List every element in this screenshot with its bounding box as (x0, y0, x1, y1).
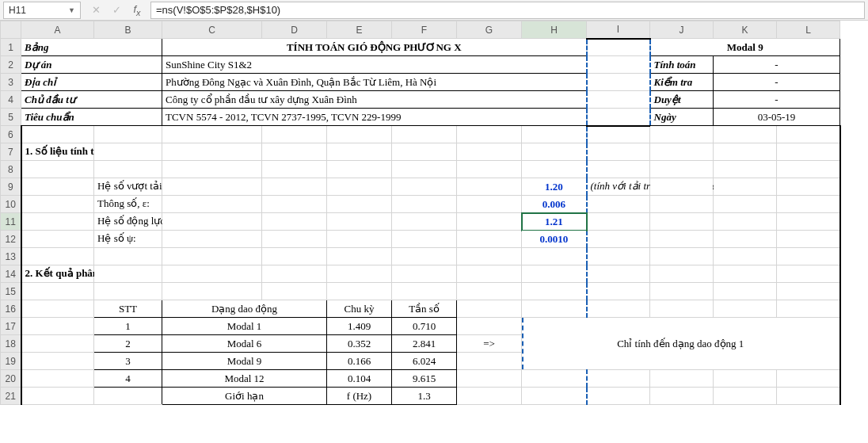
cell-I1[interactable] (587, 39, 650, 56)
cell-E19[interactable]: 0.166 (327, 353, 392, 370)
col-J[interactable]: J (650, 21, 714, 39)
fx-icon[interactable]: fx (128, 2, 146, 19)
select-all-corner[interactable] (1, 21, 21, 39)
cell-K5[interactable]: 03-05-19 (714, 109, 840, 126)
col-I[interactable]: I (587, 21, 650, 39)
rowhead-12[interactable]: 12 (1, 231, 21, 248)
rowhead-3[interactable]: 3 (1, 74, 21, 91)
rowhead-13[interactable]: 13 (1, 248, 21, 265)
cell-A7[interactable]: 1. Số liệu tính toán (21, 143, 94, 161)
rowhead-11[interactable]: 11 (1, 213, 21, 231)
cell-F18[interactable]: 2.841 (392, 335, 457, 353)
col-K[interactable]: K (714, 21, 777, 39)
cell-F20[interactable]: 9.615 (392, 370, 457, 388)
cell-J3[interactable]: Kiểm tra (650, 74, 714, 91)
cell-C1[interactable]: TÍNH TOÁN GIÓ ĐỘNG PHƯƠNG X (162, 39, 587, 56)
col-E[interactable]: E (327, 21, 392, 39)
rowhead-4[interactable]: 4 (1, 91, 21, 109)
cell-C3[interactable]: Phường Đông Ngạc và Xuân Đình, Quận Bắc … (162, 74, 587, 91)
col-C[interactable]: C (162, 21, 262, 39)
cell-A1[interactable]: Bảng (21, 39, 162, 56)
cell-F19[interactable]: 6.024 (392, 353, 457, 370)
cell-B20[interactable]: 4 (94, 370, 162, 388)
cell-A5[interactable]: Tiêu chuẩn (21, 109, 162, 126)
greenbox[interactable]: Chỉ tính đến dạng dao động 1 (522, 318, 840, 370)
cell-B16[interactable]: STT (94, 300, 162, 318)
cell-J4[interactable]: Duyệt (650, 91, 714, 109)
cell-C20[interactable]: Modal 12 (162, 370, 327, 388)
cell-C2[interactable]: SunShine City S1&2 (162, 56, 587, 74)
cell-I2[interactable] (587, 56, 650, 74)
cell-B10[interactable]: Thông số, ε: (94, 196, 162, 213)
col-A[interactable]: A (21, 21, 94, 39)
cell-E16[interactable]: Chu kỳ (327, 300, 392, 318)
col-F[interactable]: F (392, 21, 457, 39)
rowhead-16[interactable]: 16 (1, 300, 21, 318)
rowhead-1[interactable]: 1 (1, 39, 21, 56)
rowhead-6[interactable]: 6 (1, 126, 21, 143)
spreadsheet-grid[interactable]: A B C D E F G H I J K L 1 Bảng TÍNH TOÁN… (0, 21, 868, 443)
rowhead-21[interactable]: 21 (1, 388, 21, 405)
rowhead-17[interactable]: 17 (1, 318, 21, 335)
cell-F17[interactable]: 0.710 (392, 318, 457, 335)
cell-B12[interactable]: Hệ số ψ: (94, 231, 162, 248)
name-box[interactable]: H11 ▼ (3, 2, 81, 19)
cell-A2[interactable]: Dự án (21, 56, 162, 74)
cell-E17[interactable]: 1.409 (327, 318, 392, 335)
cell-H9[interactable]: 1.20 (522, 178, 587, 196)
cell-I5[interactable] (587, 109, 650, 126)
col-H[interactable]: H (522, 21, 587, 39)
rowhead-2[interactable]: 2 (1, 56, 21, 74)
cell-H10[interactable]: 0.006 (522, 196, 587, 213)
cell-J1[interactable]: Modal 9 (650, 39, 840, 56)
cell-K3[interactable]: - (714, 74, 840, 91)
name-box-dropdown-icon[interactable]: ▼ (68, 6, 75, 14)
cell-B18[interactable]: 2 (94, 335, 162, 353)
cell-K4[interactable]: - (714, 91, 840, 109)
cell-I3[interactable] (587, 74, 650, 91)
col-L[interactable]: L (777, 21, 840, 39)
cell-E21[interactable]: f (Hz) (327, 388, 392, 405)
cell-C21[interactable]: Giới hạn (162, 388, 327, 405)
cell-C17[interactable]: Modal 1 (162, 318, 327, 335)
cell-H12[interactable]: 0.0010 (522, 231, 587, 248)
cell-E18[interactable]: 0.352 (327, 335, 392, 353)
cell-B19[interactable]: 3 (94, 353, 162, 370)
col-G[interactable]: G (457, 21, 522, 39)
cell-J5[interactable]: Ngày (650, 109, 714, 126)
rowhead-7[interactable]: 7 (1, 143, 21, 161)
cell-C4[interactable]: Công ty cổ phần đầu tư xây dựng Xuân Đìn… (162, 91, 587, 109)
rowhead-18[interactable]: 18 (1, 335, 21, 353)
cell-I4[interactable] (587, 91, 650, 109)
rowhead-20[interactable]: 20 (1, 370, 21, 388)
cell-I9[interactable]: (tính với tải trọng gió tính toán) (587, 178, 650, 196)
rowhead-5[interactable]: 5 (1, 109, 21, 126)
cell-A4[interactable]: Chủ đầu tư (21, 91, 162, 109)
cell-G18[interactable]: => (457, 335, 522, 353)
rowhead-15[interactable]: 15 (1, 283, 21, 300)
cell-C16[interactable]: Dạng dao động (162, 300, 327, 318)
col-B[interactable]: B (94, 21, 162, 39)
cell-F21[interactable]: 1.3 (392, 388, 457, 405)
rowhead-9[interactable]: 9 (1, 178, 21, 196)
cell-F16[interactable]: Tần số (392, 300, 457, 318)
cell-A6[interactable] (21, 126, 94, 143)
cell-B9[interactable]: Hệ số vượt tải, γ: (94, 178, 162, 196)
rowhead-10[interactable]: 10 (1, 196, 21, 213)
formula-input[interactable]: =ns(V!$O$5:$P$28,$H$10) (150, 2, 865, 19)
cell-B11[interactable]: Hệ số động lực, ξ: (94, 213, 162, 231)
col-D[interactable]: D (262, 21, 327, 39)
cell-H6[interactable] (522, 126, 587, 143)
cell-E20[interactable]: 0.104 (327, 370, 392, 388)
cell-B17[interactable]: 1 (94, 318, 162, 335)
cell-H11[interactable]: 1.21 (522, 213, 587, 231)
rowhead-14[interactable]: 14 (1, 265, 21, 283)
cell-C5[interactable]: TCVN 5574 - 2012, TCVN 2737-1995, TCVN 2… (162, 109, 587, 126)
cell-A3[interactable]: Địa chỉ (21, 74, 162, 91)
cell-J2[interactable]: Tính toán (650, 56, 714, 74)
rowhead-19[interactable]: 19 (1, 353, 21, 370)
cell-C18[interactable]: Modal 6 (162, 335, 327, 353)
rowhead-8[interactable]: 8 (1, 161, 21, 178)
cell-C19[interactable]: Modal 9 (162, 353, 327, 370)
cell-K2[interactable]: - (714, 56, 840, 74)
